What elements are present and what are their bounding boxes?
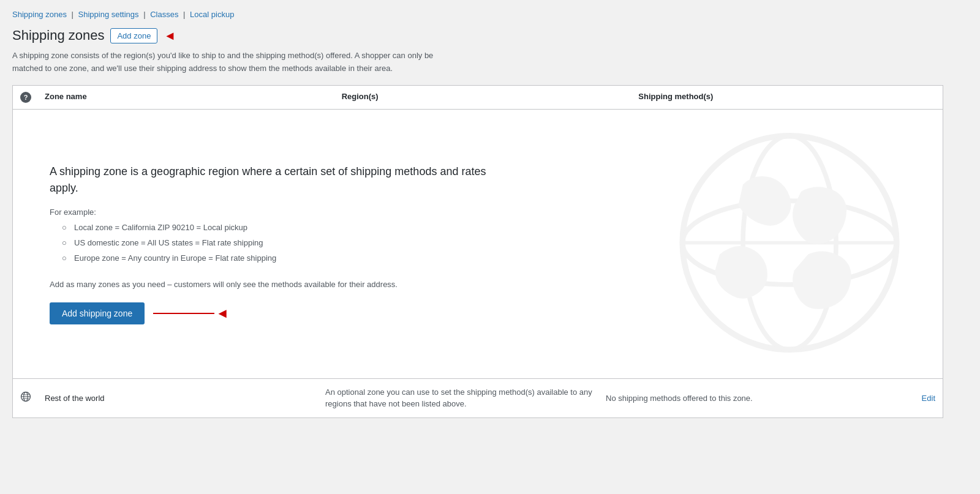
rest-of-world-shipping: No shipping methods offered to this zone… [606,394,886,403]
nav-classes[interactable]: Classes [150,10,178,19]
svg-point-0 [682,136,897,350]
examples-list: Local zone = California ZIP 90210 = Loca… [50,223,276,269]
table-col-shipping-methods: Shipping method(s) [638,92,935,103]
red-arrow-to-button: ◄ [153,307,229,320]
nav-links: Shipping zones | Shipping settings | Cla… [12,10,943,19]
add-shipping-zone-button[interactable]: Add shipping zone [50,302,145,324]
page-description: A shipping zone consists of the region(s… [12,50,466,75]
example-item-3: Europe zone = Any country in Europe = Fl… [62,253,276,263]
arrow-line [153,313,214,314]
empty-state: A shipping zone is a geographic region w… [13,110,943,379]
nav-shipping-zones[interactable]: Shipping zones [12,10,67,19]
page-title: Shipping zones [12,28,104,43]
table-col-zone-name: Zone name [45,92,342,103]
rest-of-world-row: Rest of the world An optional zone you c… [13,379,943,417]
rest-of-world-region: An optional zone you can use to set the … [325,386,606,410]
empty-main-text: A shipping zone is a geographic region w… [50,163,491,196]
table-col-icon: ? [20,92,45,103]
nav-shipping-settings[interactable]: Shipping settings [78,10,139,19]
table-col-regions: Region(s) [342,92,639,103]
add-zone-button[interactable]: Add zone [110,28,157,43]
globe-icon [20,391,45,405]
arrow-tip: ◄ [216,307,229,320]
zones-table: ? Zone name Region(s) Shipping method(s) [12,85,943,418]
add-zone-row: Add shipping zone ◄ [50,302,229,324]
question-icon[interactable]: ? [20,92,31,103]
svg-point-1 [743,136,836,350]
globe-background-icon [673,127,906,361]
rest-of-world-edit-link[interactable]: Edit [886,394,935,403]
example-item-2: US domestic zone = All US states = Flat … [62,238,276,247]
page-header: Shipping zones Add zone ◄ [12,28,943,43]
nav-local-pickup[interactable]: Local pickup [190,10,234,19]
table-header: ? Zone name Region(s) Shipping method(s) [13,86,943,110]
for-example-label: For example: [50,208,96,217]
rest-of-world-name: Rest of the world [45,394,325,403]
add-zones-note: Add as many zones as you need – customer… [50,280,398,289]
svg-point-2 [682,201,897,285]
arrow-indicator: ◄ [164,29,176,42]
example-item-1: Local zone = California ZIP 90210 = Loca… [62,223,276,232]
